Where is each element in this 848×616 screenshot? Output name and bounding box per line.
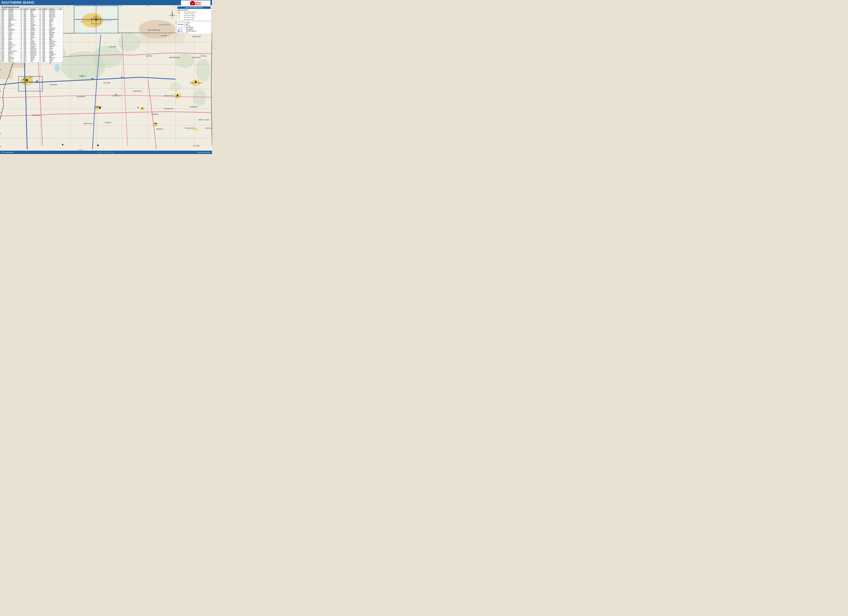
legend-symbol-ein [177,11,184,13]
grid-top-6: 6 [147,5,148,7]
svg-point-15 [191,80,200,86]
legend-row-county: 4/n County [177,22,211,24]
svg-point-41 [155,123,156,124]
zip-cell-empty [59,10,62,11]
svg-rect-61 [156,123,157,124]
inset-map-bg: Boise [74,6,118,33]
svg-rect-59 [116,94,116,95]
legend-symbol-county: 4/n [177,22,185,24]
zip-cell: F4 [20,10,23,11]
zip-cell: 83313 [23,10,30,11]
svg-point-5 [92,46,122,68]
legend-row-city25: Cities 25,000 - 49,999 [177,15,211,16]
legend-row-city10: Cities 10,000 - 24,999 [177,16,211,18]
svg-text:84: 84 [92,79,93,80]
legend-row-zipcode-line: 4/n ZIP Code [177,25,211,27]
col-city2: City Name [30,9,39,10]
legend-row-state-line: 4/n State [177,24,211,25]
svg-point-73 [95,19,97,21]
zip-cell: 83201 [1,10,8,11]
svg-rect-58 [97,107,98,107]
svg-point-38 [142,108,143,109]
svg-point-8 [196,59,211,81]
svg-rect-60 [138,107,139,108]
col-dc3: DC [59,9,62,10]
legend-symbol-interstate: I [177,30,185,32]
legend-label-county: County [185,22,211,24]
svg-text:84: 84 [37,81,38,82]
zip-table-row: 83220BEARG483334HANSEND583429ISLAND PARK [1,27,62,28]
svg-rect-57 [81,76,82,76]
zip-cell: BELLEVUE [30,10,39,11]
svg-rect-64 [62,144,63,145]
zip-table-row: 83235ELLISD383348PICABOD483444ROBERTS [1,40,62,41]
grid-top-7: 7 [174,5,175,7]
legend-row-state-hw: State Highways [177,27,211,28]
zip-cell: POCATELLO [8,10,20,11]
legend-label-interstate: Interstate Highways [185,30,211,32]
grid-top-3: 3 [67,5,68,7]
zip-table-row: 83236FIRTHF483349RICHFIELDD583445SAINT A… [1,41,62,42]
grid-left-g: G [0,146,1,147]
zip-table-row: 83252MALAD CITYG583406IDAHO FALLSF483463… [1,54,62,55]
zip-table-row: 83232DAYTONG483344MURTAUGHD583441REXBURG [1,37,62,38]
svg-text:84: 84 [24,79,25,80]
grid-left-d: D [0,90,1,92]
legend-table: Cities 100,000 and Above City 50,000 - 9… [177,11,211,20]
bottom-bar-right: www.marketmaps.com [197,152,211,153]
svg-text:N: N [172,11,172,12]
svg-point-7 [176,53,194,68]
legend-scale: Scale: 1 inch = 2,000 [177,33,211,33]
legend-row-interstate: I Interstate Highways [177,30,211,32]
svg-text:Boise: Boise [94,16,98,18]
map-container: 84 84 84 86 ZIP Code Index/Grid Locator [0,5,212,154]
legend-label-state: State [185,24,211,25]
legend-row-ein: Cities 100,000 and Above [177,11,211,13]
zip-table-row: 83227CLAYTOND383338JEROMED583435MONTEVIE… [1,32,62,33]
col-city1: City Name [8,9,20,10]
legend-label-us-hw: US Highways [185,28,211,30]
zip-index-panel: ZIP Code Index/Grid Locator ZIP Code Cit… [0,6,63,63]
zip-cell: F3 [39,61,42,62]
page-header: SOUTHERN IDAHO M Market MAPS On Target. … [0,0,212,5]
grid-top-5: 5 [121,5,122,7]
col-dc2: DC [39,9,42,10]
svg-point-19 [194,128,198,131]
svg-rect-62 [177,95,178,95]
legend-row-city50: City 50,000 - 99,999 [177,13,211,15]
legend-panel: 2017 SOUTHERN IDAHO Cities and Towns Cit… [176,6,212,34]
logo-brand: Market [196,1,202,3]
col-zip1: ZIP Code [1,9,8,10]
zip-cell-empty [59,61,62,62]
page-title: SOUTHERN IDAHO [1,1,34,4]
legend-row-us-hw: US Highways [177,28,211,30]
legend-label-zipcode: ZIP Code [185,25,211,27]
grid-left-e: E [0,111,1,113]
zip-cell: IDAHO FALLS [49,10,59,11]
svg-point-35 [26,79,28,81]
zip-cell: 83401 [42,10,49,11]
grid-left-f: F [0,133,1,134]
col-dc1: DC [20,9,23,10]
zip-table-row: 83239GEORGETOWNG483353SUN VALLEYD483449S… [1,45,62,46]
col-zip3: ZIP Code [42,9,49,10]
zip-table-row: 83201POCATELLOF483313BELLEVUED483401IDAH… [1,10,62,11]
legend-symbol-us-hw [177,28,185,30]
legend-symbol-city10 [177,16,184,18]
col-city3: City Name [49,9,59,10]
zip-table-row: 83204POCATELLOF483318BURLEYE583404IDAHO … [1,13,62,15]
legend-label-city25: Cities 25,000 - 49,999 [184,15,211,16]
legend-cities-subtitle: Cities and Towns [177,9,211,11]
zip-table-row: 83209POCATELLOF483322CORRALD483415IDAHO … [1,17,62,18]
zip-cell: FELT [30,61,39,62]
zip-cell: 83271 [1,61,8,62]
svg-point-81 [172,15,173,16]
legend-symbol-state-line: 4/n [177,24,185,25]
svg-text:86: 86 [122,77,123,79]
zip-cell: D4 [39,10,42,11]
zip-cell: ROCKLAND [8,61,20,62]
legend-label-city50: City 50,000 - 99,999 [184,13,211,15]
col-zip2: ZIP Code [23,9,30,10]
legend-symbol-city25 [177,15,184,16]
zip-table-row: 83203FORT HALLF483316BUHLC583403IDAHO FA… [1,12,62,13]
